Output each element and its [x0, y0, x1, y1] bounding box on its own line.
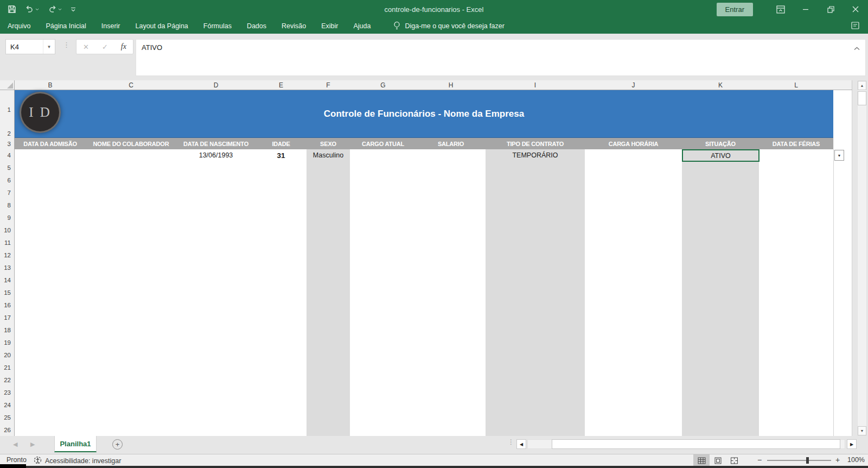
- cell-F15[interactable]: [307, 286, 350, 299]
- cell-D19[interactable]: [176, 336, 256, 349]
- cell-K15[interactable]: [682, 286, 760, 299]
- cell-I12[interactable]: [486, 249, 585, 262]
- cell-G13[interactable]: [350, 261, 417, 274]
- cell-L6[interactable]: [759, 174, 834, 187]
- tab-ajuda[interactable]: Ajuda: [353, 22, 371, 30]
- cell-B24[interactable]: [15, 399, 86, 412]
- cell-F7[interactable]: [307, 186, 350, 199]
- cell-I13[interactable]: [486, 261, 585, 274]
- cell-L15[interactable]: [759, 286, 834, 299]
- column-header-G[interactable]: G: [350, 80, 417, 90]
- cell-K16[interactable]: [682, 299, 760, 312]
- cell-B8[interactable]: [15, 199, 86, 212]
- cell-F13[interactable]: [307, 261, 350, 274]
- cell-F21[interactable]: [307, 361, 350, 374]
- row-header-17[interactable]: 17: [0, 311, 15, 324]
- cell-C13[interactable]: [86, 261, 177, 274]
- cell-D22[interactable]: [176, 374, 256, 387]
- cell-K19[interactable]: [682, 336, 760, 349]
- cell-M15[interactable]: [833, 286, 852, 299]
- row-header-12[interactable]: 12: [0, 249, 15, 262]
- tab-revisao[interactable]: Revisão: [282, 22, 306, 30]
- minimize-button[interactable]: [793, 0, 818, 18]
- worksheet-grid[interactable]: BCDEFGHIJKL12345678910111213141516171819…: [0, 80, 853, 436]
- cell-C6[interactable]: [86, 174, 177, 187]
- cell-D21[interactable]: [176, 361, 256, 374]
- cell-G26[interactable]: [350, 423, 417, 437]
- cell-L18[interactable]: [759, 324, 834, 337]
- tab-formulas[interactable]: Fórmulas: [203, 22, 232, 30]
- name-box-dropdown-icon[interactable]: ▼: [43, 40, 55, 54]
- row-header-8[interactable]: 8: [0, 199, 15, 212]
- cell-K11[interactable]: [682, 236, 760, 249]
- cell-B21[interactable]: [15, 361, 86, 374]
- table-header-L[interactable]: DATA DE FÉRIAS: [759, 138, 834, 150]
- cell-B4[interactable]: [15, 149, 86, 162]
- cell-I9[interactable]: [486, 211, 585, 224]
- cell-D4[interactable]: 13/06/1993: [176, 149, 256, 162]
- row-header-13[interactable]: 13: [0, 261, 15, 274]
- vertical-scrollbar-thumb[interactable]: [858, 91, 866, 105]
- cell-J7[interactable]: [585, 186, 682, 199]
- page-break-preview-icon[interactable]: [726, 454, 742, 466]
- cell-M23[interactable]: [833, 386, 852, 399]
- cell-K24[interactable]: [682, 399, 760, 412]
- cell-L24[interactable]: [759, 399, 834, 412]
- cell-J11[interactable]: [585, 236, 682, 249]
- cell-M26[interactable]: [833, 423, 852, 437]
- cell-C16[interactable]: [86, 299, 177, 312]
- cell-B22[interactable]: [15, 374, 86, 387]
- cell-D10[interactable]: [176, 224, 256, 237]
- cell-M24[interactable]: [833, 399, 852, 412]
- cell-G22[interactable]: [350, 374, 417, 387]
- cell-H24[interactable]: [416, 399, 486, 412]
- column-header-K[interactable]: K: [682, 80, 760, 90]
- cell-C15[interactable]: [86, 286, 177, 299]
- sheet-tab-planilha1[interactable]: Planilha1: [54, 436, 97, 452]
- cell-B15[interactable]: [15, 286, 86, 299]
- cell-G18[interactable]: [350, 324, 417, 337]
- cell-H11[interactable]: [416, 236, 486, 249]
- cell-B26[interactable]: [15, 423, 86, 437]
- table-header-I[interactable]: TIPO DE CONTRATO: [486, 138, 585, 150]
- cell-J9[interactable]: [585, 211, 682, 224]
- cell-M25[interactable]: [833, 411, 852, 424]
- cell-K6[interactable]: [682, 174, 760, 187]
- zoom-in-icon[interactable]: +: [835, 456, 840, 464]
- cell-C10[interactable]: [86, 224, 177, 237]
- cell-H9[interactable]: [416, 211, 486, 224]
- tab-pagina-inicial[interactable]: Página Inicial: [46, 22, 86, 30]
- cell-I11[interactable]: [486, 236, 585, 249]
- cell-K20[interactable]: [682, 349, 760, 362]
- cell-K17[interactable]: [682, 311, 760, 324]
- scroll-right-icon[interactable]: ▶: [847, 439, 857, 449]
- cell-H7[interactable]: [416, 186, 486, 199]
- cell-B25[interactable]: [15, 411, 86, 424]
- cell-J19[interactable]: [585, 336, 682, 349]
- cell-C17[interactable]: [86, 311, 177, 324]
- cell-E24[interactable]: [256, 399, 307, 412]
- ribbon-display-options-icon[interactable]: [768, 0, 793, 18]
- cell-D16[interactable]: [176, 299, 256, 312]
- cell-J14[interactable]: [585, 274, 682, 287]
- cell-H12[interactable]: [416, 249, 486, 262]
- tab-exibir[interactable]: Exibir: [321, 22, 338, 30]
- cell-M13[interactable]: [833, 261, 852, 274]
- cell-J15[interactable]: [585, 286, 682, 299]
- cell-H18[interactable]: [416, 324, 486, 337]
- cell-G8[interactable]: [350, 199, 417, 212]
- column-header-D[interactable]: D: [176, 80, 256, 90]
- cell-L22[interactable]: [759, 374, 834, 387]
- cell-L16[interactable]: [759, 299, 834, 312]
- cell-G17[interactable]: [350, 311, 417, 324]
- cell-F25[interactable]: [307, 411, 350, 424]
- tab-inserir[interactable]: Inserir: [101, 22, 120, 30]
- cell-J26[interactable]: [585, 423, 682, 437]
- table-header-G[interactable]: CARGO ATUAL: [350, 138, 417, 150]
- row-header-10[interactable]: 10: [0, 224, 15, 237]
- cell-F11[interactable]: [307, 236, 350, 249]
- cell-E13[interactable]: [256, 261, 307, 274]
- cell-E4[interactable]: 31: [256, 149, 307, 162]
- horizontal-scrollbar[interactable]: [527, 439, 845, 449]
- cell-F10[interactable]: [307, 224, 350, 237]
